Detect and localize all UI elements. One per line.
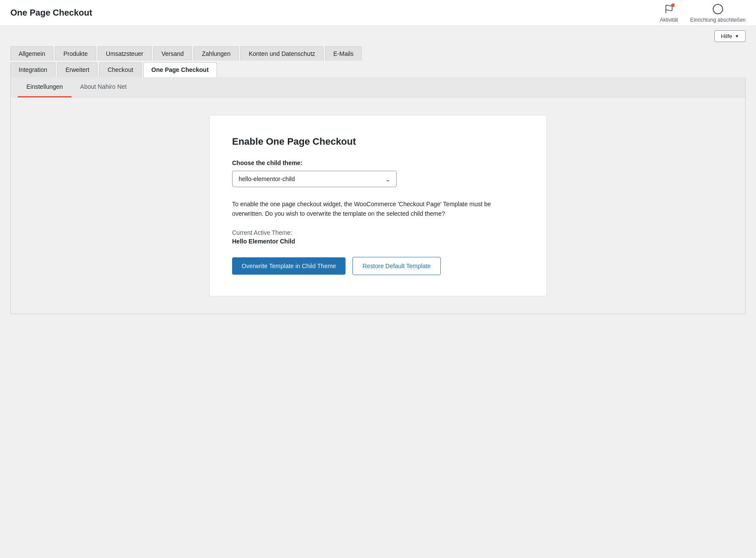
tab-one-page-checkout[interactable]: One Page Checkout — [143, 62, 217, 77]
inner-card: Enable One Page Checkout Choose the chil… — [209, 115, 547, 296]
tab-zahlungen[interactable]: Zahlungen — [194, 46, 239, 61]
circle-icon — [712, 3, 724, 15]
einrichtung-action[interactable]: Einrichtung abschließen — [690, 3, 746, 23]
tab-integration[interactable]: Integration — [10, 62, 55, 77]
tab-allgemein[interactable]: Allgemein — [10, 46, 53, 61]
top-header: One Page Checkout Aktivität Einrichtung … — [0, 0, 756, 26]
card-content: Enable One Page Checkout Choose the chil… — [11, 97, 745, 314]
theme-select[interactable]: hello-elementor-child — [232, 171, 397, 187]
overwrite-template-button[interactable]: Overwrite Template in Child Theme — [232, 257, 346, 275]
restore-default-button[interactable]: Restore Default Template — [352, 257, 441, 275]
field-label: Choose the child theme: — [232, 159, 524, 166]
description-text: To enable the one page checkout widget, … — [232, 199, 501, 219]
tab-erweitert[interactable]: Erweitert — [57, 62, 97, 77]
chevron-down-icon: ▼ — [735, 34, 739, 39]
card-heading: Enable One Page Checkout — [232, 136, 524, 147]
sub-tab-einstellungen[interactable]: Einstellungen — [18, 77, 71, 97]
main-nav-row2: Integration Erweitert Checkout One Page … — [0, 62, 756, 77]
aktivitaet-action[interactable]: Aktivität — [660, 3, 678, 23]
einrichtung-label: Einrichtung abschließen — [690, 17, 746, 23]
page-title: One Page Checkout — [10, 8, 92, 18]
sub-tabs-wrapper: Einstellungen About Nahiro Net Enable On… — [10, 77, 746, 314]
current-theme-label: Current Active Theme: — [232, 229, 524, 236]
tab-versand[interactable]: Versand — [153, 46, 192, 61]
tab-umsatzsteuer[interactable]: Umsatzsteuer — [98, 46, 152, 61]
tab-checkout[interactable]: Checkout — [99, 62, 141, 77]
header-actions: Aktivität Einrichtung abschließen — [660, 3, 746, 23]
notification-dot — [671, 3, 675, 7]
help-label: Hilfe — [721, 33, 732, 39]
main-nav: Allgemein Produkte Umsatzsteuer Versand … — [0, 46, 756, 61]
flag-icon — [663, 3, 675, 15]
tab-konten[interactable]: Konten und Datenschutz — [240, 46, 323, 61]
sub-tab-about[interactable]: About Nahiro Net — [71, 77, 135, 97]
buttons-row: Overwrite Template in Child Theme Restor… — [232, 257, 524, 275]
current-theme-value: Hello Elementor Child — [232, 238, 524, 245]
tab-produkte[interactable]: Produkte — [55, 46, 96, 61]
theme-select-wrapper: hello-elementor-child ⌄ — [232, 171, 397, 187]
content-area: Einstellungen About Nahiro Net Enable On… — [0, 77, 756, 324]
sub-tabs: Einstellungen About Nahiro Net — [11, 77, 745, 97]
tab-emails[interactable]: E-Mails — [325, 46, 362, 61]
aktivitaet-label: Aktivität — [660, 17, 678, 23]
help-button[interactable]: Hilfe ▼ — [714, 30, 746, 42]
help-bar: Hilfe ▼ — [0, 26, 756, 46]
